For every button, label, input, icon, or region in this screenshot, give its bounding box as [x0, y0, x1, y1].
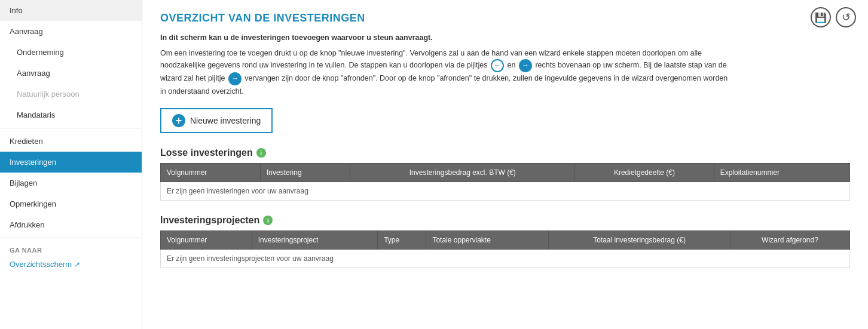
- top-right-toolbar: 💾 ↺: [811, 7, 856, 27]
- sidebar-item-aanvraag[interactable]: Aanvraag: [0, 21, 142, 42]
- sidebar-item-onderneming[interactable]: Onderneming: [0, 42, 142, 63]
- sidebar-item-info[interactable]: Info: [0, 0, 142, 21]
- sidebar-item-afdrukken[interactable]: Afdrukken: [0, 214, 142, 235]
- th-proj-totale-oppervlakte: Totale oppervlakte: [426, 231, 549, 250]
- page-title: OVERZICHT VAN DE INVESTERINGEN: [160, 12, 850, 24]
- th-proj-volgnummer: Volgnummer: [161, 231, 252, 250]
- refresh-button[interactable]: ↺: [836, 7, 856, 27]
- investeringsprojecten-info-icon[interactable]: i: [263, 216, 273, 225]
- main-content: 💾 ↺ OVERZICHT VAN DE INVESTERINGEN In di…: [142, 0, 868, 329]
- new-investment-label: Nieuwe investering: [190, 116, 261, 125]
- th-exploitatienummer: Exploitatienummer: [714, 164, 849, 182]
- save-icon: 💾: [815, 12, 827, 23]
- description-text: In dit scherm kan u de investeringen toe…: [160, 32, 728, 97]
- overzichtsscherm-link[interactable]: Overzichtsscherm ↗: [0, 256, 142, 272]
- sidebar-item-mandataris[interactable]: Mandataris: [0, 104, 142, 125]
- nav-arrow-right: →: [519, 59, 532, 72]
- proj-empty-row: Er zijn geen investeringsprojecten voor …: [161, 250, 850, 268]
- th-proj-investeringsproject: Investeringsproject: [252, 231, 377, 250]
- ga-naar-label: GA NAAR: [0, 241, 142, 256]
- nav-arrow-right-2: →: [228, 72, 242, 85]
- external-link-icon: ↗: [74, 260, 80, 269]
- losse-info-icon[interactable]: i: [256, 148, 266, 158]
- save-button[interactable]: 💾: [811, 7, 831, 27]
- new-investment-button[interactable]: + Nieuwe investering: [160, 108, 273, 133]
- th-investering: Investering: [260, 164, 350, 182]
- losse-empty-message: Er zijn geen investeringen voor uw aanvr…: [161, 182, 850, 201]
- plus-icon: +: [172, 114, 185, 127]
- th-proj-totaal-investeringsbedrag: Totaal investeringsbedrag (€): [549, 231, 731, 250]
- losse-investeringen-table: Volgnummer Investering Investeringsbedra…: [160, 163, 850, 201]
- refresh-icon: ↺: [842, 11, 851, 24]
- sidebar-item-aanvraag-sub[interactable]: Aanvraag: [0, 63, 142, 84]
- proj-empty-message: Er zijn geen investeringsprojecten voor …: [161, 250, 850, 268]
- losse-empty-row: Er zijn geen investeringen voor uw aanvr…: [161, 182, 850, 201]
- th-proj-type: Type: [378, 231, 426, 250]
- investeringsprojecten-header: Investeringsprojecten i: [160, 215, 850, 226]
- nav-arrow-left: ←: [491, 59, 504, 72]
- th-proj-wizard-afgerond: Wizard afgerond?: [730, 231, 849, 250]
- th-kredietgedeelte: Kredietgedeelte (€): [575, 164, 714, 182]
- th-volgnummer: Volgnummer: [161, 164, 261, 182]
- sidebar: Info Aanvraag Onderneming Aanvraag Natuu…: [0, 0, 142, 329]
- sidebar-item-kredieten[interactable]: Kredieten: [0, 131, 142, 152]
- losse-investeringen-header: Losse investeringen i: [160, 147, 850, 158]
- investeringsprojecten-table: Volgnummer Investeringsproject Type Tota…: [160, 230, 850, 268]
- sidebar-item-opmerkingen[interactable]: Opmerkingen: [0, 193, 142, 214]
- sidebar-item-natuurlijk-persoon: Natuurlijk persoon: [0, 84, 142, 104]
- th-investeringsbedrag: Investeringsbedrag excl. BTW (€): [350, 164, 575, 182]
- sidebar-item-bijlagen[interactable]: Bijlagen: [0, 173, 142, 193]
- sidebar-item-investeringen[interactable]: Investeringen: [0, 152, 142, 173]
